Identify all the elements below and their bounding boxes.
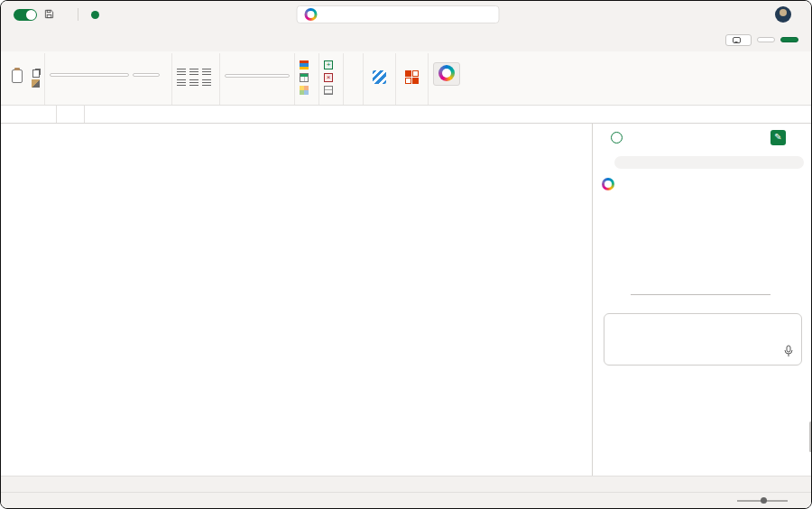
copilot-chart bbox=[602, 203, 804, 295]
main-area: ✎ bbox=[1, 124, 811, 476]
status-bar bbox=[1, 492, 811, 508]
cell-styles-icon bbox=[300, 86, 309, 95]
addins-icon bbox=[405, 70, 419, 84]
align-top-icon[interactable] bbox=[177, 69, 186, 76]
ribbon-tab-row bbox=[1, 28, 811, 51]
copy-icon[interactable] bbox=[32, 69, 40, 78]
font-name-select[interactable] bbox=[50, 73, 129, 77]
insert-cells-button[interactable]: + bbox=[324, 60, 338, 69]
copilot-chat bbox=[593, 151, 812, 476]
group-label-styles bbox=[300, 101, 314, 104]
save-icon[interactable] bbox=[43, 9, 55, 21]
align-bottom-icon[interactable] bbox=[202, 69, 211, 76]
align-right-icon[interactable] bbox=[202, 79, 211, 87]
title-bar bbox=[1, 1, 811, 28]
copilot-input[interactable] bbox=[604, 313, 802, 366]
addins-button[interactable] bbox=[401, 69, 423, 88]
format-cells-button[interactable] bbox=[324, 86, 338, 95]
group-label-sensitivity bbox=[368, 101, 391, 104]
format-as-table-button[interactable] bbox=[300, 73, 314, 82]
group-label-font bbox=[50, 101, 167, 104]
align-center-icon[interactable] bbox=[189, 79, 198, 87]
ribbon-group-styles bbox=[295, 53, 319, 105]
conditional-formatting-icon bbox=[300, 60, 309, 69]
catch-up-button[interactable] bbox=[757, 37, 775, 42]
format-painter-icon[interactable] bbox=[32, 79, 40, 88]
paste-button[interactable] bbox=[7, 68, 27, 88]
ribbon-group-clipboard bbox=[3, 53, 45, 105]
conditional-formatting-button[interactable] bbox=[300, 60, 314, 69]
user-message-bubble bbox=[614, 156, 804, 169]
sensitivity-label-icon bbox=[91, 11, 99, 19]
format-cells-icon bbox=[324, 86, 333, 95]
format-as-table-icon bbox=[300, 73, 309, 82]
tab-row-right bbox=[725, 34, 806, 46]
copilot-icon bbox=[305, 8, 318, 21]
group-label-addins bbox=[401, 101, 423, 104]
font-size-select[interactable] bbox=[133, 73, 160, 77]
excel-window: + × bbox=[0, 0, 812, 509]
autosave-switch[interactable] bbox=[14, 9, 37, 21]
comments-button[interactable] bbox=[725, 34, 752, 46]
ribbon-group-sensitivity bbox=[364, 53, 396, 105]
shield-check-icon bbox=[611, 132, 623, 143]
group-label-clipboard bbox=[7, 101, 40, 104]
group-label-number bbox=[225, 101, 290, 104]
share-button[interactable] bbox=[780, 37, 798, 42]
zoom-slider-knob[interactable] bbox=[761, 497, 767, 504]
autosave-toggle[interactable] bbox=[10, 9, 37, 21]
align-middle-icon[interactable] bbox=[189, 69, 198, 76]
delete-cells-button[interactable]: × bbox=[324, 73, 338, 82]
group-label-editing bbox=[348, 101, 358, 104]
new-chat-icon[interactable]: ✎ bbox=[770, 130, 786, 145]
chart-plot bbox=[631, 214, 770, 295]
sheet-tab-bar bbox=[1, 476, 811, 492]
formula-input[interactable] bbox=[85, 106, 797, 123]
divider bbox=[78, 8, 78, 21]
zoom-slider[interactable] bbox=[737, 500, 788, 502]
ribbon-group-number bbox=[220, 53, 295, 105]
ribbon-group-alignment bbox=[172, 53, 220, 105]
delete-cells-icon: × bbox=[324, 73, 333, 82]
sensitivity-icon bbox=[373, 70, 386, 84]
group-label-alignment bbox=[177, 101, 215, 104]
mic-icon[interactable] bbox=[784, 345, 793, 361]
name-box[interactable] bbox=[1, 106, 57, 123]
ribbon-group-copilot bbox=[429, 53, 465, 105]
chart-y-axis bbox=[611, 214, 631, 295]
titlebar-right bbox=[775, 6, 802, 23]
ribbon-group-cells: + × bbox=[319, 53, 344, 105]
group-label-cells bbox=[324, 101, 338, 104]
chart-y-axis-title bbox=[602, 203, 611, 295]
clipboard-icon bbox=[12, 69, 23, 83]
copilot-pane: ✎ bbox=[592, 124, 812, 476]
align-left-icon[interactable] bbox=[177, 79, 186, 87]
formula-bar bbox=[1, 106, 811, 124]
copilot-pane-header: ✎ bbox=[593, 124, 812, 151]
comment-icon bbox=[733, 37, 741, 43]
number-format-select[interactable] bbox=[225, 74, 290, 78]
cell-styles-button[interactable] bbox=[300, 86, 314, 95]
ribbon-group-font bbox=[45, 53, 172, 105]
copilot-icon bbox=[438, 65, 455, 81]
sensitivity-button[interactable] bbox=[368, 69, 391, 88]
ribbon-group-addins bbox=[396, 53, 429, 105]
insert-cells-icon: + bbox=[324, 60, 333, 69]
search-box[interactable] bbox=[297, 5, 500, 23]
avatar[interactable] bbox=[775, 6, 791, 23]
ribbon-group-editing bbox=[344, 53, 364, 105]
check-icon bbox=[26, 10, 36, 20]
copilot-avatar bbox=[602, 178, 614, 190]
copilot-button[interactable] bbox=[433, 62, 460, 86]
ribbon: + × bbox=[1, 51, 811, 106]
worksheet[interactable] bbox=[1, 124, 592, 476]
